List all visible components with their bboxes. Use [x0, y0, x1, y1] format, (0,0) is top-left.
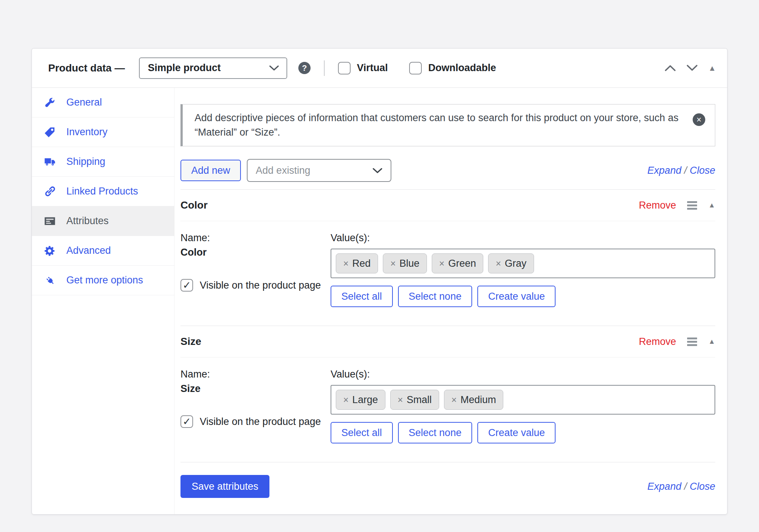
- expand-link[interactable]: Expand: [647, 165, 682, 176]
- value-tag: ×Small: [390, 390, 439, 410]
- gear-icon: [43, 245, 56, 256]
- create-value-button[interactable]: Create value: [477, 422, 556, 443]
- select-all-button[interactable]: Select all: [331, 422, 393, 443]
- values-label: Value(s):: [331, 232, 715, 244]
- virtual-label[interactable]: Virtual: [357, 62, 388, 74]
- value-tag: ×Medium: [444, 390, 504, 410]
- select-none-button[interactable]: Select none: [398, 422, 473, 443]
- product-data-panel: Product data — Simple product ? Virtual …: [32, 48, 727, 515]
- remove-attribute-link[interactable]: Remove: [639, 336, 676, 348]
- value-tag: ×Red: [336, 253, 378, 273]
- tag-icon: [43, 126, 56, 138]
- attribute-name: Color: [180, 247, 331, 258]
- expand-close-links: Expand / Close: [647, 481, 715, 492]
- toggle-section-icon[interactable]: ▲: [708, 338, 715, 346]
- sidebar-item-label: General: [66, 97, 102, 108]
- name-label: Name:: [180, 232, 331, 244]
- header-divider: [324, 60, 325, 76]
- attributes-footer: Save attributes Expand / Close: [180, 462, 715, 514]
- drag-handle-icon[interactable]: [687, 338, 697, 346]
- add-new-button[interactable]: Add new: [180, 160, 241, 181]
- help-icon[interactable]: ?: [298, 62, 311, 74]
- product-data-tabs: General Inventory Shipping Linked Produc…: [32, 88, 175, 514]
- chevron-down-icon: [269, 62, 279, 74]
- visible-label[interactable]: Visible on the product page: [200, 416, 321, 428]
- wrench-icon: [43, 97, 56, 108]
- add-existing-select[interactable]: Add existing: [247, 159, 391, 182]
- values-label: Value(s):: [331, 369, 715, 380]
- value-tag: ×Gray: [488, 253, 534, 273]
- panel-header: Product data — Simple product ? Virtual …: [32, 49, 727, 88]
- close-link[interactable]: Close: [690, 165, 715, 176]
- index-card-icon: [43, 215, 56, 227]
- visible-checkbox[interactable]: ✓: [180, 415, 193, 428]
- remove-value-icon[interactable]: ×: [390, 258, 396, 269]
- remove-attribute-link[interactable]: Remove: [639, 200, 676, 211]
- product-type-value: Simple product: [148, 62, 221, 74]
- link-icon: [43, 186, 56, 197]
- chevron-down-icon: [372, 165, 382, 176]
- sidebar-item-label: Advanced: [66, 245, 111, 256]
- select-none-button[interactable]: Select none: [398, 286, 473, 307]
- move-up-icon[interactable]: [664, 64, 676, 72]
- close-link[interactable]: Close: [690, 481, 715, 492]
- plug-icon: [43, 275, 56, 286]
- sidebar-item-get-more-options[interactable]: Get more options: [32, 266, 174, 295]
- sidebar-item-shipping[interactable]: Shipping: [32, 147, 174, 177]
- visible-label[interactable]: Visible on the product page: [200, 280, 321, 291]
- values-input[interactable]: ×Red ×Blue ×Green ×Gray: [331, 249, 715, 278]
- remove-value-icon[interactable]: ×: [439, 258, 445, 269]
- remove-value-icon[interactable]: ×: [398, 395, 403, 405]
- value-tag: ×Blue: [383, 253, 427, 273]
- remove-value-icon[interactable]: ×: [495, 258, 501, 269]
- sidebar-item-label: Attributes: [66, 215, 109, 227]
- remove-value-icon[interactable]: ×: [343, 258, 349, 269]
- save-attributes-button[interactable]: Save attributes: [180, 475, 269, 498]
- downloadable-checkbox[interactable]: [409, 62, 422, 74]
- attribute-header: Color Remove ▲: [180, 190, 715, 221]
- drag-handle-icon[interactable]: [687, 201, 697, 210]
- virtual-checkbox[interactable]: [338, 62, 351, 74]
- visible-checkbox-row[interactable]: ✓ Visible on the product page: [180, 415, 331, 428]
- notice-text: Add descriptive pieces of information th…: [195, 111, 693, 140]
- attribute-section-size: Size Remove ▲ Name: Size ✓ Visible on th…: [180, 326, 715, 457]
- panel-header-controls: ▲: [664, 64, 716, 73]
- sidebar-item-advanced[interactable]: Advanced: [32, 236, 174, 266]
- truck-icon: [43, 156, 56, 167]
- downloadable-label[interactable]: Downloadable: [428, 62, 496, 74]
- downloadable-checkbox-row[interactable]: Downloadable: [409, 62, 496, 74]
- panel-title: Product data —: [48, 62, 125, 74]
- product-type-select[interactable]: Simple product: [139, 57, 287, 79]
- sidebar-item-label: Get more options: [66, 275, 143, 286]
- toggle-section-icon[interactable]: ▲: [708, 201, 715, 209]
- attributes-toolbar: Add new Add existing Expand / Close: [180, 159, 715, 182]
- select-all-button[interactable]: Select all: [331, 286, 393, 307]
- name-label: Name:: [180, 369, 331, 380]
- collapse-panel-icon[interactable]: ▲: [708, 64, 716, 73]
- attribute-name: Size: [180, 383, 331, 395]
- sidebar-item-general[interactable]: General: [32, 88, 174, 117]
- sidebar-item-inventory[interactable]: Inventory: [32, 117, 174, 147]
- attributes-tab-content: Add descriptive pieces of information th…: [175, 88, 727, 514]
- attribute-title: Color: [180, 199, 208, 211]
- virtual-checkbox-row[interactable]: Virtual: [338, 62, 388, 74]
- visible-checkbox-row[interactable]: ✓ Visible on the product page: [180, 279, 331, 292]
- expand-link[interactable]: Expand: [647, 481, 682, 492]
- move-down-icon[interactable]: [686, 64, 698, 72]
- create-value-button[interactable]: Create value: [477, 286, 556, 307]
- remove-value-icon[interactable]: ×: [343, 395, 349, 405]
- value-tag: ×Large: [336, 390, 385, 410]
- sidebar-item-attributes[interactable]: Attributes: [32, 206, 174, 236]
- sidebar-item-label: Inventory: [66, 126, 107, 138]
- values-input[interactable]: ×Large ×Small ×Medium: [331, 385, 715, 415]
- remove-value-icon[interactable]: ×: [451, 395, 457, 405]
- sidebar-item-linked-products[interactable]: Linked Products: [32, 177, 174, 206]
- value-tag: ×Green: [432, 253, 484, 273]
- attribute-title: Size: [180, 336, 201, 348]
- attribute-header: Size Remove ▲: [180, 326, 715, 358]
- sidebar-item-label: Shipping: [66, 156, 105, 167]
- attribute-section-color: Color Remove ▲ Name: Color ✓ Visible on …: [180, 189, 715, 320]
- visible-checkbox[interactable]: ✓: [180, 279, 193, 292]
- sidebar-item-label: Linked Products: [66, 186, 138, 197]
- dismiss-notice-icon[interactable]: ×: [693, 113, 705, 126]
